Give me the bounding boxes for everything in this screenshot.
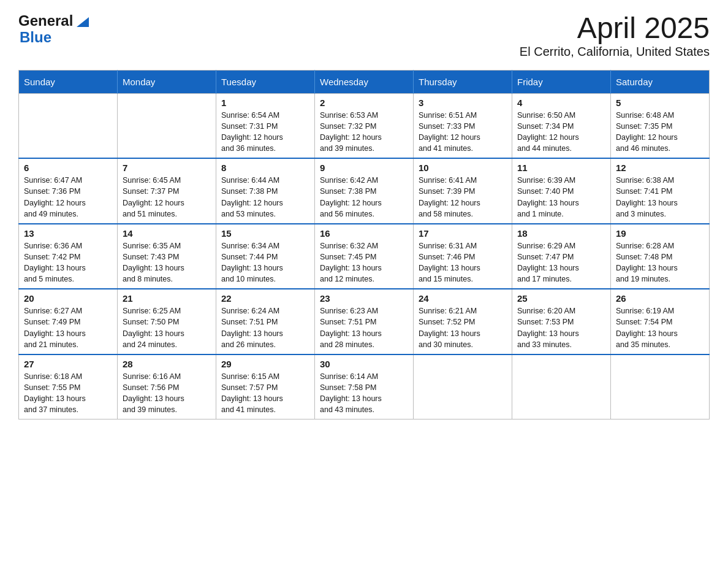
day-info: Sunrise: 6:23 AMSunset: 7:51 PMDaylight:…	[320, 305, 408, 350]
day-header-sunday: Sunday	[19, 70, 118, 93]
day-number: 24	[419, 293, 507, 304]
calendar-cell: 20Sunrise: 6:27 AMSunset: 7:49 PMDayligh…	[19, 289, 118, 354]
day-number: 28	[123, 359, 211, 369]
logo: General Blue	[18, 12, 91, 45]
day-info: Sunrise: 6:34 AMSunset: 7:44 PMDaylight:…	[221, 240, 309, 285]
calendar-cell: 29Sunrise: 6:15 AMSunset: 7:57 PMDayligh…	[216, 354, 315, 419]
day-number: 9	[320, 163, 408, 173]
calendar-title: April 2025	[520, 12, 710, 45]
day-info: Sunrise: 6:47 AMSunset: 7:36 PMDaylight:…	[24, 175, 112, 220]
day-info: Sunrise: 6:39 AMSunset: 7:40 PMDaylight:…	[517, 175, 605, 220]
calendar-cell: 17Sunrise: 6:31 AMSunset: 7:46 PMDayligh…	[414, 224, 512, 289]
page-header: General Blue April 2025 El Cerrito, Cali…	[18, 12, 710, 59]
day-number: 21	[123, 293, 211, 304]
calendar-cell: 13Sunrise: 6:36 AMSunset: 7:42 PMDayligh…	[19, 224, 118, 289]
day-info: Sunrise: 6:41 AMSunset: 7:39 PMDaylight:…	[419, 175, 507, 220]
day-number: 22	[221, 293, 309, 304]
calendar-cell: 16Sunrise: 6:32 AMSunset: 7:45 PMDayligh…	[315, 224, 414, 289]
day-info: Sunrise: 6:14 AMSunset: 7:58 PMDaylight:…	[320, 371, 408, 416]
calendar-cell: 7Sunrise: 6:45 AMSunset: 7:37 PMDaylight…	[118, 158, 216, 224]
day-info: Sunrise: 6:51 AMSunset: 7:33 PMDaylight:…	[419, 110, 507, 155]
day-info: Sunrise: 6:25 AMSunset: 7:50 PMDaylight:…	[123, 305, 211, 350]
calendar-cell: 15Sunrise: 6:34 AMSunset: 7:44 PMDayligh…	[216, 224, 315, 289]
calendar-cell	[414, 354, 512, 419]
calendar-cell: 28Sunrise: 6:16 AMSunset: 7:56 PMDayligh…	[118, 354, 216, 419]
svg-marker-0	[77, 17, 89, 27]
calendar-week-2: 6Sunrise: 6:47 AMSunset: 7:36 PMDaylight…	[19, 158, 710, 224]
day-number: 10	[419, 163, 507, 173]
calendar-cell: 19Sunrise: 6:28 AMSunset: 7:48 PMDayligh…	[611, 224, 710, 289]
day-info: Sunrise: 6:45 AMSunset: 7:37 PMDaylight:…	[123, 175, 211, 220]
calendar-cell	[611, 354, 710, 419]
day-info: Sunrise: 6:31 AMSunset: 7:46 PMDaylight:…	[419, 240, 507, 285]
day-info: Sunrise: 6:36 AMSunset: 7:42 PMDaylight:…	[24, 240, 112, 285]
day-info: Sunrise: 6:24 AMSunset: 7:51 PMDaylight:…	[221, 305, 309, 350]
day-number: 18	[517, 228, 605, 239]
day-number: 16	[320, 228, 408, 239]
day-info: Sunrise: 6:32 AMSunset: 7:45 PMDaylight:…	[320, 240, 408, 285]
calendar-cell: 30Sunrise: 6:14 AMSunset: 7:58 PMDayligh…	[315, 354, 414, 419]
day-info: Sunrise: 6:27 AMSunset: 7:49 PMDaylight:…	[24, 305, 112, 350]
day-info: Sunrise: 6:16 AMSunset: 7:56 PMDaylight:…	[123, 371, 211, 416]
logo-general-text: General	[18, 13, 73, 29]
day-number: 11	[517, 163, 605, 173]
day-info: Sunrise: 6:29 AMSunset: 7:47 PMDaylight:…	[517, 240, 605, 285]
calendar-week-4: 20Sunrise: 6:27 AMSunset: 7:49 PMDayligh…	[19, 289, 710, 354]
day-info: Sunrise: 6:20 AMSunset: 7:53 PMDaylight:…	[517, 305, 605, 350]
day-number: 23	[320, 293, 408, 304]
calendar-cell	[512, 354, 611, 419]
day-number: 29	[221, 359, 309, 369]
calendar-cell: 6Sunrise: 6:47 AMSunset: 7:36 PMDaylight…	[19, 158, 118, 224]
calendar-week-5: 27Sunrise: 6:18 AMSunset: 7:55 PMDayligh…	[19, 354, 710, 419]
logo-blue-text: Blue	[20, 29, 51, 45]
day-info: Sunrise: 6:48 AMSunset: 7:35 PMDaylight:…	[616, 110, 704, 155]
day-number: 2	[320, 98, 408, 108]
calendar-body: 1Sunrise: 6:54 AMSunset: 7:31 PMDaylight…	[19, 93, 710, 419]
day-number: 4	[517, 98, 605, 108]
calendar-cell: 2Sunrise: 6:53 AMSunset: 7:32 PMDaylight…	[315, 93, 414, 158]
day-info: Sunrise: 6:18 AMSunset: 7:55 PMDaylight:…	[24, 371, 112, 416]
calendar-cell: 3Sunrise: 6:51 AMSunset: 7:33 PMDaylight…	[414, 93, 512, 158]
calendar-subtitle: El Cerrito, California, United States	[520, 45, 710, 59]
calendar-cell: 23Sunrise: 6:23 AMSunset: 7:51 PMDayligh…	[315, 289, 414, 354]
day-number: 20	[24, 293, 112, 304]
calendar-cell: 8Sunrise: 6:44 AMSunset: 7:38 PMDaylight…	[216, 158, 315, 224]
calendar-cell	[19, 93, 118, 158]
calendar-header: SundayMondayTuesdayWednesdayThursdayFrid…	[19, 70, 710, 93]
calendar-cell: 24Sunrise: 6:21 AMSunset: 7:52 PMDayligh…	[414, 289, 512, 354]
calendar-week-1: 1Sunrise: 6:54 AMSunset: 7:31 PMDaylight…	[19, 93, 710, 158]
day-number: 30	[320, 359, 408, 369]
day-number: 12	[616, 163, 704, 173]
day-info: Sunrise: 6:15 AMSunset: 7:57 PMDaylight:…	[221, 371, 309, 416]
title-block: April 2025 El Cerrito, California, Unite…	[520, 12, 710, 59]
day-number: 19	[616, 228, 704, 239]
day-number: 27	[24, 359, 112, 369]
day-info: Sunrise: 6:21 AMSunset: 7:52 PMDaylight:…	[419, 305, 507, 350]
day-info: Sunrise: 6:28 AMSunset: 7:48 PMDaylight:…	[616, 240, 704, 285]
calendar-cell: 26Sunrise: 6:19 AMSunset: 7:54 PMDayligh…	[611, 289, 710, 354]
calendar-cell: 27Sunrise: 6:18 AMSunset: 7:55 PMDayligh…	[19, 354, 118, 419]
day-number: 14	[123, 228, 211, 239]
day-header-monday: Monday	[118, 70, 216, 93]
day-info: Sunrise: 6:53 AMSunset: 7:32 PMDaylight:…	[320, 110, 408, 155]
day-number: 1	[221, 98, 309, 108]
calendar-week-3: 13Sunrise: 6:36 AMSunset: 7:42 PMDayligh…	[19, 224, 710, 289]
day-number: 5	[616, 98, 704, 108]
day-header-wednesday: Wednesday	[315, 70, 414, 93]
day-info: Sunrise: 6:44 AMSunset: 7:38 PMDaylight:…	[221, 175, 309, 220]
day-header-friday: Friday	[512, 70, 611, 93]
calendar-cell	[118, 93, 216, 158]
calendar-cell: 9Sunrise: 6:42 AMSunset: 7:38 PMDaylight…	[315, 158, 414, 224]
day-header-tuesday: Tuesday	[216, 70, 315, 93]
calendar-cell: 4Sunrise: 6:50 AMSunset: 7:34 PMDaylight…	[512, 93, 611, 158]
calendar-cell: 21Sunrise: 6:25 AMSunset: 7:50 PMDayligh…	[118, 289, 216, 354]
calendar-cell: 18Sunrise: 6:29 AMSunset: 7:47 PMDayligh…	[512, 224, 611, 289]
calendar-cell: 25Sunrise: 6:20 AMSunset: 7:53 PMDayligh…	[512, 289, 611, 354]
calendar-cell: 1Sunrise: 6:54 AMSunset: 7:31 PMDaylight…	[216, 93, 315, 158]
calendar-cell: 22Sunrise: 6:24 AMSunset: 7:51 PMDayligh…	[216, 289, 315, 354]
day-number: 3	[419, 98, 507, 108]
day-header-saturday: Saturday	[611, 70, 710, 93]
day-number: 26	[616, 293, 704, 304]
calendar-cell: 5Sunrise: 6:48 AMSunset: 7:35 PMDaylight…	[611, 93, 710, 158]
day-number: 25	[517, 293, 605, 304]
